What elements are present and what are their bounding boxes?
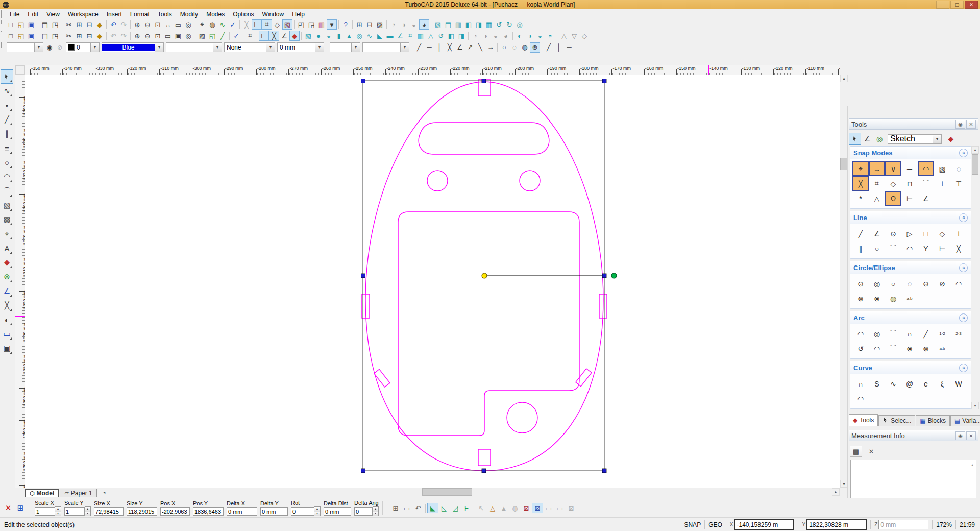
collapse-chevron-icon[interactable]: « <box>959 364 968 372</box>
minimize-button[interactable]: – <box>936 1 949 9</box>
arc-start-end-icon[interactable]: ⌒ <box>885 326 901 341</box>
seg-line-icon[interactable]: ╱ <box>414 42 424 53</box>
bool-intersect-icon[interactable]: ◒ <box>535 31 545 41</box>
drag-mode-icon[interactable]: ↖ <box>476 503 487 513</box>
seg-vector-icon[interactable]: → <box>485 42 496 53</box>
report-table-icon[interactable]: ▤ <box>850 446 862 457</box>
no-rect-icon[interactable]: ⊠ <box>566 503 577 513</box>
doc-tab-paper-1[interactable]: ▱Paper 1 <box>60 489 97 497</box>
field-input[interactable] <box>160 507 190 516</box>
line-tangent-arc-icon[interactable]: ⌒ <box>885 241 901 256</box>
layer-combo[interactable]: ▾ <box>7 42 43 52</box>
select-window-wp-icon[interactable]: ◺ <box>438 503 450 513</box>
field-input[interactable] <box>260 507 288 516</box>
pan-icon[interactable]: ⌖ <box>197 19 207 30</box>
line-tool-icon[interactable]: ╱ <box>1 112 13 127</box>
group-icon[interactable]: ⊞ <box>354 19 364 30</box>
panel-scrollbar[interactable]: ▴ ▾ <box>971 146 979 409</box>
close-palette-icon[interactable]: ✕ <box>966 120 976 129</box>
seg-horizontal-icon[interactable]: ─ <box>424 42 434 53</box>
field-input[interactable] <box>64 507 85 516</box>
drawing-canvas[interactable] <box>24 75 840 488</box>
paste-icon[interactable]: ⊟ <box>84 19 94 30</box>
arc-tool-icon[interactable]: ◠ <box>1 170 13 184</box>
zoom-in-icon[interactable]: ⊕ <box>132 19 142 30</box>
vector-tool-icon[interactable]: ╱ <box>217 31 228 41</box>
facet-c-icon[interactable]: ◇ <box>579 31 590 41</box>
field-input[interactable] <box>127 507 157 516</box>
snap-3d-mode-icon[interactable]: ▧ <box>282 19 292 30</box>
coordinate-z[interactable]: Z 0 mm <box>874 520 928 529</box>
field-input[interactable] <box>324 507 351 516</box>
menu-modes[interactable]: Modes <box>202 10 229 18</box>
panel-scroll-up-icon[interactable]: ▴ <box>971 146 979 154</box>
no-pick-icon[interactable]: ▭ <box>401 503 412 513</box>
line-polygon-center-icon[interactable]: ⊙ <box>885 226 901 241</box>
select-2d-icon[interactable]: ◰ <box>296 19 306 30</box>
snap-angular-icon[interactable]: ∠ <box>918 191 934 206</box>
format-painter-icon[interactable]: ◆ <box>94 19 105 30</box>
solid-pyramid-icon[interactable]: △ <box>426 31 436 41</box>
zoom-window-icon[interactable]: ⊡ <box>153 19 163 30</box>
seg-vertical-icon[interactable]: │ <box>434 42 445 53</box>
insert-arrow-icon[interactable]: ▾ <box>327 19 337 30</box>
node-dashed-icon[interactable]: ◌ <box>509 42 520 53</box>
text-tool-icon[interactable]: A <box>1 241 13 255</box>
facet-b-icon[interactable]: ▽ <box>569 31 579 41</box>
pin-icon[interactable]: ◉ <box>955 431 965 440</box>
save-part-icon[interactable]: ▣ <box>26 31 36 41</box>
warn-pyramid-icon[interactable]: ▲ <box>498 503 509 513</box>
vscroll-thumb[interactable] <box>840 158 847 170</box>
snap-facet-icon[interactable]: △ <box>869 191 885 206</box>
solid-extrude-icon[interactable]: ◧ <box>446 31 456 41</box>
field-input[interactable] <box>193 507 224 516</box>
arc-concentric-icon[interactable]: ◎ <box>869 326 885 341</box>
measure-tool-icon[interactable]: ∿ <box>217 19 228 30</box>
arc-tangent-icon[interactable]: ╱ <box>918 326 934 341</box>
bool-subtract-icon[interactable]: ◑ <box>525 31 535 41</box>
curve-bezier-icon[interactable]: ∩ <box>852 376 869 391</box>
zoom-dynamic-icon[interactable]: ⊡ <box>153 31 163 41</box>
undo-2-icon[interactable]: ↶ <box>108 31 118 41</box>
arc-1-2-3-icon[interactable]: 1·2 <box>934 326 950 341</box>
spell-check-icon[interactable]: ✓ <box>228 19 238 30</box>
curve-spiral-icon[interactable]: @ <box>901 376 918 391</box>
snap-circle-icon[interactable]: ◌ <box>950 161 967 176</box>
seg-cross-icon[interactable]: ╳ <box>445 42 455 53</box>
curve-helix-icon[interactable]: e <box>918 376 934 391</box>
snap-on-line-icon[interactable]: ─ <box>901 161 918 176</box>
link-dimensions-icon[interactable]: ⊞ <box>390 503 401 513</box>
node-circle-icon[interactable]: ○ <box>499 42 509 53</box>
box-mode-2-icon[interactable]: ▭ <box>554 503 566 513</box>
box-3d-tool-icon[interactable]: ▧ <box>1 198 13 212</box>
render-c-icon[interactable]: ◒ <box>491 31 501 41</box>
solid-slab-icon[interactable]: ▬ <box>385 31 395 41</box>
style-combo[interactable]: Sketch ▾ <box>888 134 942 144</box>
solid-torus-icon[interactable]: ◎ <box>354 31 364 41</box>
snap-perp-v-icon[interactable]: ⊥ <box>934 176 950 191</box>
render-hidden-icon[interactable]: ◑ <box>399 19 409 30</box>
solid-cone-icon[interactable]: ▲ <box>344 31 354 41</box>
solid-sphere-icon[interactable]: ● <box>313 31 324 41</box>
validate-icon[interactable]: ✓ <box>231 31 241 41</box>
redo-icon[interactable]: ↷ <box>118 19 129 30</box>
solid-wedge-icon[interactable]: ◣ <box>375 31 385 41</box>
curve-spline-icon[interactable]: ∿ <box>885 376 901 391</box>
tab-scroll-left-icon[interactable]: ◂ <box>101 489 108 496</box>
boolean-tool-icon[interactable]: ◐ <box>1 312 13 327</box>
zoom-extents-icon[interactable]: ↔ <box>163 19 173 30</box>
extra-combo-1[interactable]: ▾ <box>330 42 360 52</box>
circle-tan-2-icon[interactable]: ⊘ <box>934 276 950 291</box>
circle-tool-icon[interactable]: ○ <box>1 155 13 170</box>
palette-tab-varia[interactable]: ▤Varia... <box>950 415 980 426</box>
menu-workspace[interactable]: Workspace <box>64 10 103 18</box>
line-tangent-2-icon[interactable]: ◠ <box>901 241 918 256</box>
cross-snap-icon[interactable]: ╳ <box>269 31 279 41</box>
solid-cylinder-icon[interactable]: ▮ <box>334 31 344 41</box>
new-file-icon[interactable]: □ <box>6 19 16 30</box>
line-perpendicular-icon[interactable]: ⊥ <box>950 226 967 241</box>
panel-style-brush-icon[interactable]: ◆ <box>945 133 957 145</box>
select-tool[interactable] <box>1 69 13 84</box>
spinner[interactable]: ▴▾ <box>314 506 321 516</box>
palette-tab-blocks[interactable]: ▦Blocks <box>916 415 950 426</box>
